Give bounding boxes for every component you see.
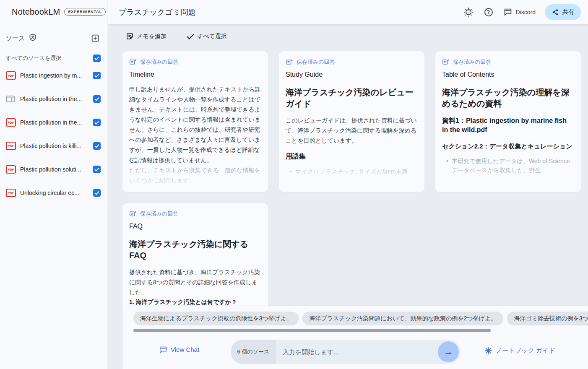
chat-icon (159, 346, 167, 353)
select-all-notes-button[interactable]: すべて選択 (187, 33, 227, 40)
notes-toolbar: メモを追加 すべて選択 (108, 24, 588, 40)
card-body: このレビューガイドは、提供された資料に基づいて、海洋プラスチック汚染に関する理解… (286, 115, 418, 146)
saved-answer-icon (286, 59, 293, 65)
source-checkbox[interactable] (93, 119, 101, 126)
suggested-questions: 海洋生物によるプラスチック摂取の危険性を3つ挙げよ。 海洋プラスチック汚染問題に… (133, 312, 588, 325)
bullet-dot: • (290, 167, 292, 176)
saved-answer-label: 保存済みの回答 (140, 58, 179, 66)
source-item[interactable]: PDF Plastic pollution in the... (0, 111, 107, 134)
select-all-checkbox[interactable] (93, 55, 101, 62)
card-title: Study Guide (286, 71, 418, 78)
saved-answer-label: 保存済みの回答 (140, 210, 179, 218)
card-heading: 海洋プラスチック汚染のレビューガイド (286, 87, 418, 109)
notebooklm-app: NotebookLM EXPERIMENTAL ソース すべてのソースを選択 (0, 0, 588, 369)
share-label: 共有 (562, 8, 574, 16)
experimental-badge: EXPERIMENTAL (64, 8, 106, 16)
card-title: FAQ (129, 223, 261, 230)
suggestion-chip[interactable]: 海洋ゴミ除去技術の例を3つ挙げよ。 (507, 312, 588, 325)
card-heading: 海洋プラスチック汚染に関するFAQ (129, 239, 261, 261)
app-logo: NotebookLM (12, 7, 60, 17)
sources-label: ソース (6, 34, 25, 42)
discord-label: Discord (516, 9, 536, 16)
select-all-notes-label: すべて選択 (197, 33, 227, 40)
help-icon[interactable]: ? (483, 7, 494, 18)
view-chat-button[interactable]: View Chat (159, 346, 199, 353)
notebook-guide-label: ノートブック ガイド (496, 347, 555, 355)
chat-input-container: 6 個のソース → (231, 340, 461, 364)
notebook-header: プラスチックゴミ問題 ? Discord (108, 0, 588, 24)
card-subheading: 用語集 (286, 152, 418, 161)
sources-section-header: ソース (6, 33, 101, 44)
privacy-shield-icon (29, 33, 37, 43)
card-subheading: 資料1：Plastic ingestion by marine fish in … (442, 116, 574, 135)
sidebar-header: NotebookLM EXPERIMENTAL (0, 0, 107, 23)
saved-notes-grid: 保存済みの回答 Timeline 申し訳ありませんが、提供されたテキストから詳細… (122, 51, 581, 344)
card-question: 1. 海洋プラスチック汚染とは何ですか？ (129, 297, 261, 307)
card-body-faded: ただし、テキストから収集できる一般的な情報をいくつかご紹介します。 (129, 165, 261, 185)
source-name: Plastic pollution in the... (20, 96, 89, 102)
saved-answer-label: 保存済みの回答 (297, 58, 335, 66)
card-bullet-faded: • マイクロプラスチック: サイズが5mm未満 (290, 167, 418, 176)
saved-answer-icon (129, 210, 137, 217)
pdf-icon: PDF (6, 118, 16, 127)
source-item[interactable]: PDF Unlocking circular ec... (0, 181, 107, 205)
share-button[interactable]: 共有 (545, 4, 581, 20)
select-all-sources-label: すべてのソースを選択 (6, 55, 93, 62)
add-source-icon[interactable] (90, 33, 101, 44)
source-name: Plastic ingestion by m... (20, 72, 89, 79)
source-name: Plastic pollution is killi... (20, 143, 89, 149)
source-name: Unlocking circular ec... (20, 190, 89, 196)
chat-panel: 海洋生物によるプラスチック摂取の危険性を3つ挙げよ。 海洋プラスチック汚染問題に… (122, 306, 588, 369)
menu-icon[interactable] (6, 7, 8, 17)
card-body: 提供された資料に基づき、海洋プラスチック汚染に関する8つの質問とその詳細な回答を… (129, 267, 261, 297)
source-checkbox[interactable] (93, 189, 101, 197)
send-button[interactable]: → (438, 341, 459, 362)
source-item[interactable]: PDF Plastic ingestion by m... (0, 64, 107, 87)
theme-toggle-icon[interactable] (463, 7, 474, 18)
discord-link[interactable]: Discord (503, 8, 536, 17)
view-chat-label: View Chat (171, 346, 199, 353)
card-bullet-faded: • 本研究で使用したデータは、Web of Science データベースから収集… (446, 156, 574, 175)
saved-answer-label: 保存済みの回答 (453, 58, 492, 66)
pdf-icon: PDF (6, 71, 16, 80)
card-badge-row: 保存済みの回答 (286, 58, 418, 66)
pdf-icon: PDF (6, 142, 16, 150)
source-item[interactable]: Plastic pollution in the... (0, 87, 107, 111)
card-title: Table of Contents (442, 71, 574, 78)
note-card-table-of-contents[interactable]: 保存済みの回答 Table of Contents 海洋プラスチック汚染の理解を… (435, 51, 581, 192)
source-checkbox[interactable] (93, 142, 101, 150)
suggestion-chip[interactable]: 海洋プラスチック汚染問題において、効果的な政策の例を2つ挙げよ。 (302, 312, 503, 325)
select-all-sources-row[interactable]: すべてのソースを選択 (6, 55, 101, 62)
notebook-guide-button[interactable]: ノートブック ガイド (485, 347, 555, 355)
add-note-button[interactable]: メモを追加 (126, 32, 167, 40)
bullet-dot: • (446, 156, 448, 175)
source-checkbox[interactable] (93, 72, 101, 79)
source-checkbox[interactable] (93, 95, 101, 103)
sources-sidebar: NotebookLM EXPERIMENTAL ソース すべてのソースを選択 (0, 0, 108, 369)
header-actions: ? Discord 共有 (463, 4, 581, 20)
card-title: Timeline (129, 71, 261, 78)
chips-scrollbar[interactable] (133, 329, 491, 332)
source-checkbox[interactable] (93, 166, 101, 173)
saved-answer-icon (129, 59, 137, 65)
suggestion-chip[interactable]: 海洋生物によるプラスチック摂取の危険性を3つ挙げよ。 (133, 312, 299, 325)
sparkle-icon (485, 347, 492, 354)
sources-count-badge: 6 個のソース (231, 340, 276, 364)
pdf-icon: PDF (6, 165, 16, 174)
note-card-timeline[interactable]: 保存済みの回答 Timeline 申し訳ありませんが、提供されたテキストから詳細… (122, 51, 268, 192)
chat-input[interactable] (276, 348, 438, 356)
note-card-study-guide[interactable]: 保存済みの回答 Study Guide 海洋プラスチック汚染のレビューガイド こ… (279, 51, 424, 192)
source-item[interactable]: PDF Plastic pollution soluti... (0, 158, 107, 181)
web-article-icon (6, 95, 16, 103)
pdf-icon: PDF (6, 189, 16, 197)
chat-input-row: View Chat 6 個のソース → ノートブック ガイド (122, 340, 588, 364)
source-name: Plastic pollution soluti... (20, 166, 89, 173)
source-item[interactable]: PDF Plastic pollution is killi... (0, 134, 107, 158)
card-badge-row: 保存済みの回答 (129, 58, 261, 66)
card-badge-row: 保存済みの回答 (442, 58, 574, 66)
card-subheading-2: セクション2.2：データ収集とキュレーション (442, 143, 574, 151)
card-body: 申し訳ありませんが、提供されたテキストから詳細なタイムラインや人物一覧を作成する… (129, 84, 261, 165)
card-badge-row: 保存済みの回答 (129, 210, 261, 218)
main-column: プラスチックゴミ問題 ? Discord (108, 0, 588, 369)
notes-area: メモを追加 すべて選択 保存済みの回答 Timeline (108, 24, 588, 369)
